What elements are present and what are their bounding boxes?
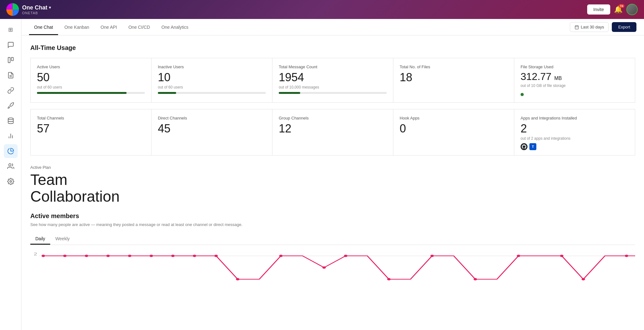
svg-rect-1 <box>11 58 13 61</box>
svg-point-31 <box>474 278 477 280</box>
chart-tab-weekly[interactable]: Weekly <box>50 233 75 245</box>
total-messages-progress-container <box>279 92 387 94</box>
tab-one-kanban[interactable]: One Kanban <box>59 19 94 35</box>
active-members-description: See how many people are active — meaning… <box>30 222 635 228</box>
hook-apps-label: Hook Apps <box>400 116 508 120</box>
file-storage-value: 312.77 MB <box>521 71 629 82</box>
svg-point-27 <box>322 266 326 269</box>
active-members-chart: 2 <box>30 250 635 288</box>
svg-point-19 <box>106 255 110 257</box>
notification-button[interactable]: 🔔 74 <box>614 5 623 14</box>
app-name: One Chat <box>22 4 47 11</box>
sidebar-item-users[interactable] <box>4 159 18 173</box>
file-storage-sub: out of 10 GB of file storage <box>521 83 629 88</box>
total-files-label: Total No. of Files <box>400 64 508 69</box>
active-users-sub: out of 60 users <box>37 85 145 89</box>
svg-point-26 <box>279 255 283 257</box>
svg-point-21 <box>150 255 153 257</box>
stats-content: All-Time Usage Active Users 50 out of 60… <box>21 35 644 156</box>
inactive-users-progress-container <box>158 92 266 94</box>
tab-one-api[interactable]: One API <box>96 19 122 35</box>
total-messages-value: 1954 <box>279 71 387 84</box>
stats-grid-row1: Active Users 50 out of 60 users Inactive… <box>30 58 635 103</box>
sidebar-item-analytics[interactable] <box>4 144 18 158</box>
svg-point-8 <box>9 164 11 166</box>
notification-badge: 74 <box>619 4 624 8</box>
svg-point-20 <box>128 255 131 257</box>
stat-card-apps-integrations: Apps and Integrations Installed 2 out of… <box>514 109 635 156</box>
link-icon <box>7 87 14 94</box>
active-users-value: 50 <box>37 71 145 84</box>
github-icon <box>521 143 528 150</box>
stat-card-hook-apps: Hook Apps 0 <box>393 109 514 156</box>
svg-point-35 <box>625 255 628 257</box>
stat-card-file-storage: File Storage Used 312.77 MB out of 10 GB… <box>514 58 635 103</box>
chart-tabs: Daily Weekly <box>30 233 635 245</box>
app-icons: T <box>521 143 629 150</box>
total-messages-sub: out of 10,000 messages <box>279 85 387 89</box>
sidebar-item-link[interactable] <box>4 83 18 97</box>
stat-card-active-users: Active Users 50 out of 60 users <box>31 58 152 103</box>
tab-one-cicd[interactable]: One CI/CD <box>123 19 155 35</box>
tab-one-chat[interactable]: One Chat <box>29 19 58 35</box>
svg-point-9 <box>10 180 12 182</box>
file-storage-dot <box>521 93 524 96</box>
grid-icon: ⊞ <box>8 26 13 33</box>
direct-channels-label: Direct Channels <box>158 116 266 120</box>
sidebar-item-chart[interactable] <box>4 129 18 143</box>
svg-text:2: 2 <box>34 252 37 256</box>
svg-point-24 <box>214 255 218 257</box>
sidebar-item-doc[interactable] <box>4 68 18 82</box>
total-messages-progress-bar <box>279 92 300 94</box>
active-plan-label: Active Plan <box>30 165 635 170</box>
total-channels-label: Total Channels <box>37 116 145 120</box>
svg-point-34 <box>581 278 585 280</box>
date-filter[interactable]: Last 30 days <box>570 22 609 32</box>
main-content: One Chat One Kanban One API One CI/CD On… <box>21 19 644 330</box>
sidebar-item-settings[interactable] <box>4 174 18 188</box>
active-members-title: Active members <box>30 212 635 220</box>
chat-icon <box>7 41 14 48</box>
logo-icon <box>6 3 19 16</box>
document-icon <box>7 72 14 79</box>
app-sub: ONETAB <box>22 11 51 15</box>
invite-button[interactable]: Invite <box>587 4 610 15</box>
inactive-users-sub: out of 60 users <box>158 85 266 89</box>
chart-tab-daily[interactable]: Daily <box>30 233 50 245</box>
export-button[interactable]: Export <box>612 22 636 32</box>
svg-point-4 <box>8 118 13 120</box>
topbar: One Chat ▾ ONETAB Invite 🔔 74 <box>0 0 644 19</box>
svg-rect-0 <box>8 58 10 63</box>
group-channels-label: Group Channels <box>279 116 387 120</box>
svg-point-30 <box>430 255 434 257</box>
sidebar-item-rocket[interactable] <box>4 99 18 113</box>
sidebar-item-db[interactable] <box>4 114 18 128</box>
user-avatar[interactable] <box>626 4 638 15</box>
stats-grid-row2: Total Channels 57 Direct Channels 45 Gro… <box>30 109 635 156</box>
sidebar-item-chat[interactable] <box>4 38 18 52</box>
tab-actions: Last 30 days Export <box>570 22 636 32</box>
sidebar-item-kanban[interactable] <box>4 53 18 67</box>
group-channels-value: 12 <box>279 122 387 135</box>
direct-channels-value: 45 <box>158 122 266 135</box>
date-filter-label: Last 30 days <box>581 25 604 29</box>
apps-integrations-sub: out of 2 apps and integrations <box>521 136 629 141</box>
svg-point-23 <box>193 255 196 257</box>
tab-one-analytics[interactable]: One Analytics <box>156 19 194 35</box>
trello-icon: T <box>529 143 536 150</box>
svg-point-33 <box>560 255 564 257</box>
tabs-bar: One Chat One Kanban One API One CI/CD On… <box>21 19 644 35</box>
logo-text: One Chat ▾ ONETAB <box>22 4 51 15</box>
apps-integrations-value: 2 <box>521 122 629 135</box>
svg-point-18 <box>85 255 88 257</box>
app-name-chevron[interactable]: ▾ <box>49 5 51 10</box>
file-storage-label: File Storage Used <box>521 64 629 69</box>
pie-chart-icon <box>7 148 14 155</box>
svg-point-17 <box>63 255 67 257</box>
sidebar-item-grid[interactable]: ⊞ <box>4 23 18 37</box>
kanban-icon <box>7 57 14 64</box>
stat-card-group-channels: Group Channels 12 <box>272 109 393 156</box>
app-logo: One Chat ▾ ONETAB <box>6 3 51 16</box>
stat-card-direct-channels: Direct Channels 45 <box>152 109 272 156</box>
active-plan-section: Active Plan Team Collaboration <box>21 162 644 213</box>
